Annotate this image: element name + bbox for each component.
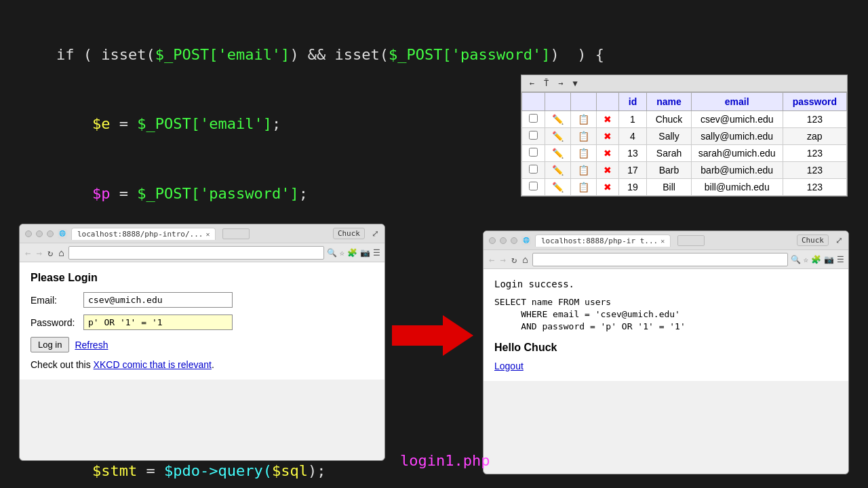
cell-name: Chuck — [647, 111, 692, 128]
edit-icon[interactable]: ✏️ — [552, 165, 564, 176]
menu-icon[interactable]: ☰ — [373, 248, 380, 258]
email-input[interactable] — [83, 292, 233, 308]
col-password: password — [783, 93, 846, 111]
table-row: ✏️ 📋 ✖ 19 Bill bill@umich.edu 123 — [521, 179, 846, 196]
address-bar[interactable]: localhost:8888/php-intro/code/pdo/login1… — [532, 253, 788, 266]
search-icon[interactable]: 🔍 — [327, 248, 337, 258]
db-ctrl-prev[interactable]: ← — [527, 78, 537, 89]
cell-id: 1 — [618, 111, 646, 128]
check-out-prefix: Check out this — [31, 359, 94, 370]
code-line-3: $p = $_POST['password']; — [20, 159, 468, 228]
forward-btn[interactable]: → — [35, 247, 43, 258]
back-btn[interactable]: ← — [24, 247, 32, 258]
period: . — [212, 359, 214, 370]
sql-display-text: SELECT name FROM users WHERE email = 'cs… — [494, 296, 837, 333]
cell-id: 17 — [618, 162, 646, 179]
col-delete — [596, 93, 618, 111]
delete-icon[interactable]: ✖ — [604, 114, 612, 125]
row-checkbox[interactable] — [529, 114, 538, 123]
col-name: name — [647, 93, 692, 111]
row-checkbox[interactable] — [529, 131, 538, 140]
tab-title: localhost:8888/php-ir t... — [541, 237, 658, 245]
row-checkbox[interactable] — [529, 148, 538, 157]
home-btn[interactable]: ⌂ — [521, 254, 529, 265]
copy-icon[interactable]: 📋 — [578, 148, 589, 159]
row-checkbox[interactable] — [529, 182, 538, 190]
new-tab-area — [222, 228, 250, 239]
table-row: ✏️ 📋 ✖ 13 Sarah sarah@umich.edu 123 — [521, 145, 846, 162]
back-btn[interactable]: ← — [488, 254, 496, 265]
db-ctrl-expand[interactable]: ▼ — [570, 78, 580, 89]
cell-email: csev@umich.edu — [691, 111, 783, 128]
cell-password: 123 — [783, 111, 846, 128]
refresh-nav-btn[interactable]: ↻ — [46, 247, 54, 258]
db-toolbar: ← T̄ → ▼ — [521, 75, 847, 92]
delete-icon[interactable]: ✖ — [604, 131, 612, 142]
logout-link[interactable]: Logout — [494, 361, 524, 371]
copy-icon[interactable]: 📋 — [578, 131, 589, 142]
copy-icon[interactable]: 📋 — [578, 182, 589, 192]
cell-name: Bill — [647, 179, 692, 196]
plugin-icon[interactable]: 🧩 — [347, 248, 357, 258]
db-ctrl-next[interactable]: → — [555, 78, 566, 89]
maximize-icon[interactable]: ⤢ — [835, 235, 843, 245]
refresh-link[interactable]: Refresh — [75, 340, 108, 350]
tab-close-icon[interactable]: ✕ — [660, 237, 665, 245]
copy-icon[interactable]: 📋 — [578, 114, 589, 125]
tab-close-icon[interactable]: ✕ — [205, 230, 210, 238]
password-input[interactable] — [83, 314, 233, 330]
table-row: ✏️ 📋 ✖ 4 Sally sally@umich.edu zap — [521, 128, 846, 145]
maximize-icon[interactable]: ⤢ — [372, 228, 379, 239]
star-icon[interactable]: ☆ — [804, 255, 808, 264]
arrow — [392, 312, 460, 352]
star-icon[interactable]: ☆ — [340, 248, 344, 258]
right-browser-navbar: ← → ↻ ⌂ localhost:8888/php-intro/code/pd… — [484, 250, 848, 269]
left-browser: 🌐 localhost:8888/php-intro/... ✕ Chuck ⤢… — [19, 224, 385, 461]
user-badge: Chuck — [333, 228, 365, 239]
screenshot-icon[interactable]: 📷 — [360, 248, 370, 258]
comic-text-row: Check out this XKCD comic that is releva… — [31, 359, 374, 370]
comic-link[interactable]: XKCD comic that is relevant — [94, 359, 212, 370]
hello-text: Hello Chuck — [494, 342, 837, 354]
edit-icon[interactable]: ✏️ — [552, 131, 564, 142]
cell-password: 123 — [783, 162, 846, 179]
email-label: Email: — [31, 295, 78, 306]
table-row: ✏️ 📋 ✖ 17 Barb barb@umich.edu 123 — [521, 162, 846, 179]
menu-icon[interactable]: ☰ — [837, 255, 844, 264]
cell-password: 123 — [783, 179, 846, 196]
address-bar[interactable]: localhost:8888/php-intro/code/pdo/login1… — [68, 246, 324, 260]
plugin-icon[interactable]: 🧩 — [811, 255, 821, 264]
password-row: Password: — [31, 314, 374, 330]
browser-tab[interactable]: localhost:8888/php-ir t... ✕ — [535, 235, 671, 247]
col-edit — [545, 93, 570, 111]
cell-email: sarah@umich.edu — [691, 145, 783, 162]
edit-icon[interactable]: ✏️ — [552, 182, 564, 192]
password-label: Password: — [31, 317, 78, 328]
cell-email: barb@umich.edu — [691, 162, 783, 179]
browser-tab[interactable]: localhost:8888/php-intro/... ✕ — [71, 228, 216, 240]
edit-icon[interactable]: ✏️ — [552, 148, 564, 159]
copy-icon[interactable]: 📋 — [578, 165, 589, 176]
cell-email: sally@umich.edu — [691, 128, 783, 145]
new-tab-area — [677, 235, 705, 246]
row-checkbox[interactable] — [529, 165, 538, 174]
nav-icons-group: 🔍 ☆ 🧩 📷 ☰ — [791, 255, 844, 264]
forward-btn[interactable]: → — [498, 254, 507, 265]
favicon-icon: 🌐 — [58, 229, 67, 239]
db-ctrl-sort[interactable]: T̄ — [541, 78, 551, 89]
search-icon[interactable]: 🔍 — [791, 255, 801, 264]
home-btn[interactable]: ⌂ — [57, 247, 65, 258]
delete-icon[interactable]: ✖ — [604, 148, 612, 159]
login-button[interactable]: Log in — [31, 337, 69, 352]
dot-red — [489, 237, 496, 244]
right-browser: 🌐 localhost:8888/php-ir t... ✕ Chuck ⤢ ←… — [483, 230, 849, 474]
edit-icon[interactable]: ✏️ — [552, 114, 564, 125]
data-table: id name email password ✏️ 📋 ✖ 1 Chuck cs… — [521, 92, 847, 196]
screenshot-icon[interactable]: 📷 — [824, 255, 834, 264]
email-row: Email: — [31, 292, 374, 308]
refresh-nav-btn[interactable]: ↻ — [510, 254, 518, 265]
cell-id: 4 — [618, 128, 646, 145]
right-browser-titlebar: 🌐 localhost:8888/php-ir t... ✕ Chuck ⤢ — [484, 231, 848, 250]
delete-icon[interactable]: ✖ — [604, 165, 612, 176]
delete-icon[interactable]: ✖ — [604, 182, 612, 192]
